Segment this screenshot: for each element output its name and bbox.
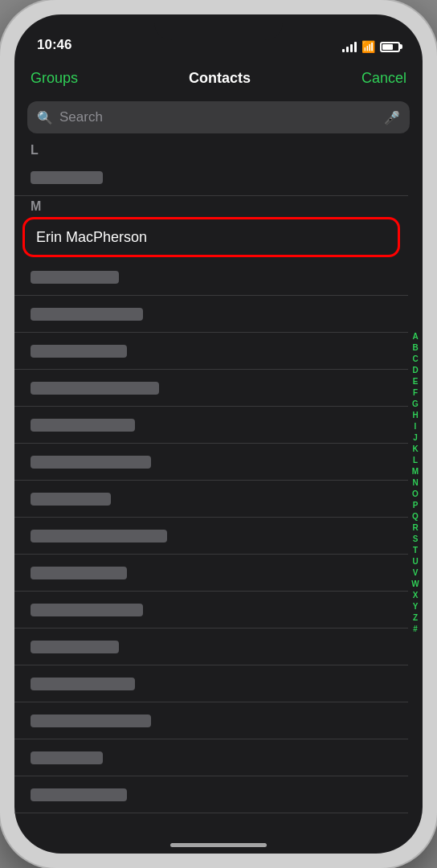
alpha-letter-p[interactable]: P [413, 500, 419, 510]
list-item[interactable] [14, 333, 408, 370]
alpha-letter-k[interactable]: K [412, 444, 418, 454]
notch [154, 14, 283, 40]
list-item[interactable] [14, 259, 408, 296]
phone-screen: 10:46 📶 Groups Contacts Cancel [14, 14, 423, 854]
alpha-letter-a[interactable]: A [412, 331, 418, 342]
alpha-letter-y[interactable]: Y [413, 601, 419, 612]
list-item[interactable] [14, 296, 408, 333]
navigation-bar: Groups Contacts Cancel [14, 58, 423, 98]
alpha-letter-e[interactable]: E [413, 376, 419, 387]
list-item[interactable] [14, 776, 408, 813]
alpha-letter-m[interactable]: M [412, 466, 419, 477]
alpha-letter-n[interactable]: N [412, 477, 418, 488]
signal-icon [342, 41, 357, 52]
alpha-letter-x[interactable]: X [413, 590, 419, 600]
alpha-letter-r[interactable]: R [412, 522, 418, 533]
alphabet-index[interactable]: ABCDEFGHIJKLMNOPQRSTUVWXYZ# [408, 140, 423, 825]
list-item[interactable] [14, 518, 408, 555]
list-item[interactable] [14, 628, 408, 665]
wifi-icon: 📶 [361, 40, 375, 53]
alpha-letter-o[interactable]: O [412, 489, 419, 499]
status-time: 10:46 [37, 37, 71, 53]
list-item[interactable] [14, 592, 408, 628]
list-item[interactable] [14, 444, 408, 481]
list-item[interactable] [14, 702, 408, 739]
alpha-letter-w[interactable]: W [411, 579, 419, 589]
list-item[interactable] [14, 481, 408, 518]
search-bar[interactable]: 🔍 Search 🎤 [27, 101, 410, 133]
alpha-letter-f[interactable]: F [413, 387, 418, 398]
list-item[interactable] [14, 370, 408, 407]
contact-name: Erin MacPherson [36, 229, 147, 246]
battery-icon [380, 42, 400, 52]
list-item[interactable] [14, 739, 408, 776]
section-header-m: M [14, 196, 408, 215]
alpha-letter-i[interactable]: I [415, 421, 417, 432]
contacts-list: L M Erin MacPherson [14, 140, 423, 825]
alpha-letter-s[interactable]: S [413, 534, 419, 544]
alpha-letter-g[interactable]: G [412, 399, 419, 409]
alpha-letter-v[interactable]: V [413, 567, 419, 578]
list-item[interactable] [14, 555, 408, 592]
alpha-letter-t[interactable]: T [413, 545, 418, 555]
list-item[interactable] [14, 665, 408, 702]
alpha-letter-z[interactable]: Z [413, 612, 418, 623]
alpha-letter-j[interactable]: J [413, 432, 418, 443]
alpha-letter-q[interactable]: Q [412, 511, 419, 522]
alpha-letter-l[interactable]: L [413, 455, 418, 465]
alpha-letter-h[interactable]: H [412, 410, 418, 420]
alpha-letter-u[interactable]: U [412, 556, 418, 567]
search-input[interactable]: Search [59, 109, 378, 125]
alpha-letter-b[interactable]: B [412, 342, 418, 353]
cancel-button[interactable]: Cancel [361, 70, 406, 87]
status-icons: 📶 [342, 40, 400, 53]
page-title: Contacts [189, 70, 251, 87]
groups-button[interactable]: Groups [31, 70, 78, 87]
alpha-letter-c[interactable]: C [412, 354, 418, 364]
home-indicator [14, 825, 423, 854]
highlighted-contact-row[interactable]: Erin MacPherson [22, 217, 400, 257]
list-item[interactable] [14, 407, 408, 444]
section-header-l: L [14, 140, 408, 159]
alpha-letter-d[interactable]: D [412, 365, 418, 375]
contacts-scroll-area[interactable]: L M Erin MacPherson [14, 140, 408, 825]
phone-frame: 10:46 📶 Groups Contacts Cancel [0, 0, 437, 868]
search-icon: 🔍 [37, 110, 53, 125]
list-item[interactable] [14, 159, 408, 196]
microphone-icon[interactable]: 🎤 [384, 110, 400, 125]
alpha-letter-#[interactable]: # [413, 624, 418, 634]
